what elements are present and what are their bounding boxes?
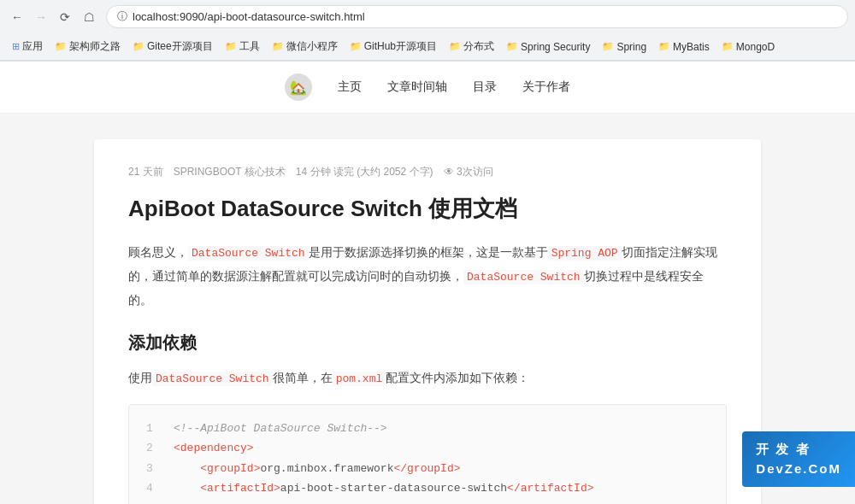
reload-button[interactable]: ⟳ — [55, 7, 75, 27]
site-nav: 🏡 主页 文章时间轴 目录 关于作者 — [0, 62, 855, 114]
forward-button[interactable]: → — [31, 7, 51, 27]
inline-pomxml: pom.xml — [333, 372, 386, 386]
bookmark-label: MongoD — [736, 41, 775, 53]
folder-icon: 📁 — [272, 41, 284, 52]
folder-icon: 📁 — [722, 41, 734, 52]
bookmark-label: 应用 — [22, 39, 43, 54]
meta-read-time: 14 分钟 读完 (大约 2052 个字) — [296, 165, 433, 179]
folder-icon: 📁 — [55, 41, 67, 52]
meta-category: SPRINGBOOT 核心技术 — [174, 165, 286, 179]
section-add-dep-title: 添加依赖 — [128, 331, 727, 355]
bookmark-item-10[interactable]: 📁MongoD — [716, 38, 780, 56]
bookmark-label: Spring Security — [521, 41, 590, 53]
bookmark-label: 工具 — [239, 39, 260, 54]
article-intro: 顾名思义，DataSource Switch是用于数据源选择切换的框架，这是一款… — [128, 241, 727, 311]
section-add-dep-text: 使用DataSource Switch很简单，在pom.xml配置文件内添加如下… — [128, 366, 727, 390]
folder-icon: 📁 — [449, 41, 461, 52]
nav-timeline[interactable]: 文章时间轴 — [387, 79, 447, 95]
devze-badge: 开 发 者 DevZe.CoM — [742, 431, 855, 487]
bookmark-item-7[interactable]: 📁Spring Security — [501, 38, 595, 56]
code-line-4: 4 <artifactId>api-boot-starter-datasourc… — [146, 478, 709, 498]
meta-views: 👁 3次访问 — [444, 165, 493, 179]
lock-icon: ⓘ — [117, 9, 127, 24]
inline-code-datasource2: DataSource Switch — [463, 270, 584, 284]
back-button[interactable]: ← — [7, 7, 27, 27]
eye-icon: 👁 — [444, 166, 454, 178]
browser-chrome: ← → ⟳ ☖ ⓘ localhost:9090/api-boot-dataso… — [0, 0, 855, 62]
bookmark-label: 微信小程序 — [286, 39, 338, 54]
code-block-dependency: 1 <!--ApiBoot DataSource Switch--> 2 <de… — [128, 404, 727, 504]
url-text: localhost:9090/api-boot-datasource-switc… — [133, 10, 365, 23]
bookmark-item-9[interactable]: 📁MyBatis — [653, 38, 715, 56]
bookmark-label: GitHub开源项目 — [364, 39, 437, 54]
nav-toc[interactable]: 目录 — [473, 79, 497, 95]
nav-about[interactable]: 关于作者 — [522, 79, 570, 95]
folder-icon: 📁 — [350, 41, 362, 52]
inline-code-springaop: Spring AOP — [548, 246, 622, 261]
folder-icon: 📁 — [506, 41, 518, 52]
address-bar[interactable]: ⓘ localhost:9090/api-boot-datasource-swi… — [106, 5, 848, 28]
grid-icon: ⊞ — [12, 41, 20, 52]
bookmark-item-6[interactable]: 📁分布式 — [444, 37, 499, 56]
bookmark-item-5[interactable]: 📁GitHub开源项目 — [345, 37, 442, 56]
bookmark-label: MyBatis — [673, 41, 710, 53]
nav-buttons: ← → ⟳ ☖ — [7, 7, 99, 27]
folder-icon: 📁 — [602, 41, 614, 52]
article-meta: 21 天前 SPRINGBOOT 核心技术 14 分钟 读完 (大约 2052 … — [128, 165, 727, 179]
inline-code-datasource1: DataSource Switch — [188, 246, 309, 261]
inline-datasource-switch: DataSource Switch — [152, 372, 273, 386]
article-container: 21 天前 SPRINGBOOT 核心技术 14 分钟 读完 (大约 2052 … — [94, 139, 761, 504]
folder-icon: 📁 — [225, 41, 237, 52]
bookmark-label: 架构师之路 — [69, 39, 121, 54]
nav-home[interactable]: 主页 — [338, 79, 362, 95]
code-line-3: 3 <groupId>org.minbox.framework</groupId… — [146, 459, 709, 478]
bookmark-item-2[interactable]: 📁Gitee开源项目 — [127, 37, 218, 56]
devze-line1: 开 发 者 — [756, 440, 841, 460]
bookmark-label: 分布式 — [463, 39, 494, 54]
devze-line2: DevZe.CoM — [756, 460, 841, 479]
page-content: 🏡 主页 文章时间轴 目录 关于作者 21 天前 SPRINGBOOT 核心技术… — [0, 62, 855, 504]
bookmark-item-4[interactable]: 📁微信小程序 — [267, 37, 343, 56]
browser-toolbar: ← → ⟳ ☖ ⓘ localhost:9090/api-boot-dataso… — [0, 0, 855, 33]
article-title: ApiBoot DataSource Switch 使用文档 — [128, 193, 727, 224]
folder-icon: 📁 — [658, 41, 670, 52]
bookmark-item-3[interactable]: 📁工具 — [220, 37, 265, 56]
code-line-1: 1 <!--ApiBoot DataSource Switch--> — [146, 419, 709, 438]
bookmark-item-1[interactable]: 📁架构师之路 — [50, 37, 126, 56]
code-line-2: 2 <dependency> — [146, 438, 709, 458]
site-logo: 🏡 — [285, 73, 312, 101]
code-line-5: 5 </dependency> — [146, 499, 709, 504]
bookmarks-bar: ⊞应用📁架构师之路📁Gitee开源项目📁工具📁微信小程序📁GitHub开源项目📁… — [0, 33, 855, 61]
bookmark-label: Spring — [616, 41, 646, 53]
bookmark-item-8[interactable]: 📁Spring — [597, 38, 652, 56]
bookmark-label: Gitee开源项目 — [147, 39, 213, 54]
bookmark-item-0[interactable]: ⊞应用 — [7, 37, 48, 56]
meta-time: 21 天前 — [128, 165, 163, 179]
home-button[interactable]: ☖ — [79, 7, 99, 27]
folder-icon: 📁 — [133, 41, 144, 52]
